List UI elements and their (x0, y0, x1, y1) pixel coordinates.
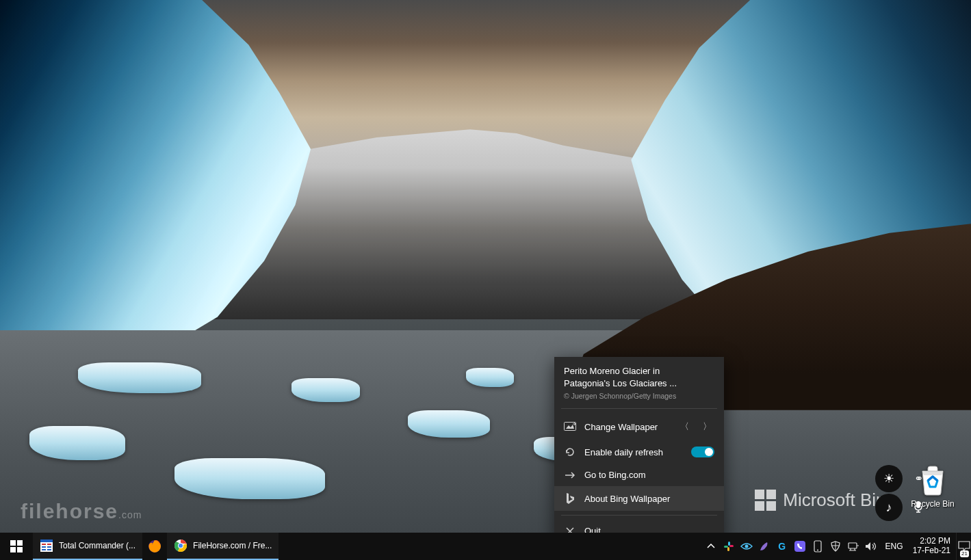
tray-viber-icon[interactable] (794, 540, 806, 552)
popup-title-line2: Patagonia's Los Glaciares ... (564, 378, 677, 388)
tray-slack-icon[interactable] (723, 540, 735, 552)
tray-overflow-button[interactable] (705, 540, 717, 552)
notification-badge: 21 (960, 550, 969, 557)
change-wallpaper-icon (564, 422, 576, 431)
svg-rect-3 (40, 539, 53, 542)
language-indicator[interactable]: ENG (881, 542, 907, 551)
bing-wallpaper-popup: Perito Moreno Glacier in Patagonia's Los… (554, 357, 724, 542)
watermark-suffix: .com (118, 509, 142, 520)
side-widget-voice[interactable]: ♪ (875, 494, 903, 521)
svg-rect-0 (916, 501, 920, 508)
svg-rect-6 (42, 546, 46, 548)
svg-rect-8 (42, 549, 46, 550)
go-to-bing-label: Go to Bing.com (584, 470, 714, 480)
svg-point-21 (817, 550, 818, 551)
go-to-bing-item[interactable]: Go to Bing.com (554, 464, 724, 486)
bing-icon (564, 492, 576, 505)
popup-divider (561, 515, 717, 516)
tray-eye-icon[interactable] (740, 540, 753, 552)
tray-phone-icon[interactable] (812, 540, 824, 552)
wallpaper-ice (78, 362, 201, 393)
total-commander-icon (40, 539, 53, 552)
change-wallpaper-label: Change Wallpaper (584, 422, 669, 432)
tray-defender-icon[interactable] (829, 540, 842, 552)
wallpaper-ice (174, 458, 325, 499)
start-button[interactable] (0, 533, 33, 560)
prev-wallpaper-button[interactable]: 〈 (677, 419, 692, 434)
svg-rect-16 (727, 547, 729, 551)
taskbar-app-label: FileHorse.com / Fre... (193, 541, 272, 550)
refresh-icon (564, 446, 576, 457)
taskbar-app-firefox[interactable] (142, 533, 167, 560)
windows-logo-icon (10, 540, 23, 552)
popup-divider (561, 408, 717, 409)
taskbar-app-label: Total Commander (... (59, 541, 135, 550)
enable-daily-refresh-item[interactable]: Enable daily refresh (554, 440, 724, 464)
svg-rect-14 (728, 542, 730, 546)
daily-refresh-toggle[interactable] (691, 446, 714, 457)
windows-logo-icon (755, 490, 776, 511)
svg-rect-9 (47, 549, 51, 550)
popup-title-line1: Perito Moreno Glacier in (564, 366, 660, 376)
taskbar-app-chrome[interactable]: FileHorse.com / Fre... (167, 533, 279, 560)
arrow-right-icon (564, 471, 576, 479)
popup-header: Perito Moreno Glacier in Patagonia's Los… (554, 357, 724, 404)
popup-credit: © Juergen Schonnop/Getty Images (564, 392, 714, 400)
about-bing-wallpaper-item[interactable]: About Bing Wallpaper (554, 486, 724, 511)
clock-date: 17-Feb-21 (913, 546, 950, 556)
svg-rect-7 (47, 546, 51, 548)
watermark-text: filehorse (21, 500, 118, 522)
svg-rect-4 (42, 544, 46, 545)
wallpaper-ice (408, 410, 490, 438)
tray-ghub-icon[interactable]: G (776, 540, 788, 552)
svg-point-18 (745, 545, 748, 548)
wallpaper-ice (466, 368, 514, 387)
side-widget-link-icon[interactable]: ⚭ (907, 466, 930, 490)
about-bing-wallpaper-label: About Bing Wallpaper (584, 494, 714, 504)
taskbar: Total Commander (... FileHorse.com / Fre… (0, 533, 971, 560)
svg-rect-22 (849, 543, 857, 548)
wallpaper-nav-arrows: 〈 〉 (677, 419, 714, 434)
change-wallpaper-item[interactable]: Change Wallpaper 〈 〉 (554, 413, 724, 440)
firefox-icon (148, 539, 161, 553)
svg-rect-17 (729, 545, 734, 547)
side-widget-weather[interactable]: ☀ (875, 465, 903, 492)
action-center-button[interactable]: 21 (956, 533, 971, 560)
desktop-wallpaper[interactable]: filehorse.com Recycle Bin Microsoft Bing… (0, 0, 971, 533)
wallpaper-ice (292, 378, 360, 402)
svg-rect-15 (724, 546, 728, 548)
system-tray: G (701, 540, 881, 552)
svg-point-13 (179, 544, 183, 548)
clock-time: 2:02 PM (913, 537, 950, 546)
enable-daily-refresh-label: Enable daily refresh (584, 447, 683, 457)
svg-rect-5 (47, 544, 51, 545)
tray-feather-icon[interactable] (758, 540, 771, 552)
taskbar-clock[interactable]: 2:02 PM 17-Feb-21 (907, 537, 956, 556)
taskbar-app-total-commander[interactable]: Total Commander (... (33, 533, 142, 560)
popup-title: Perito Moreno Glacier in Patagonia's Los… (564, 365, 714, 389)
tray-network-icon[interactable] (847, 540, 859, 552)
side-widget-mic-icon[interactable] (907, 495, 930, 518)
next-wallpaper-button[interactable]: 〉 (700, 419, 714, 434)
chrome-icon (174, 539, 187, 552)
tray-volume-icon[interactable] (865, 540, 877, 552)
filehorse-watermark: filehorse.com (21, 500, 142, 523)
wallpaper-ice (29, 426, 125, 460)
svg-rect-1 (565, 423, 576, 431)
